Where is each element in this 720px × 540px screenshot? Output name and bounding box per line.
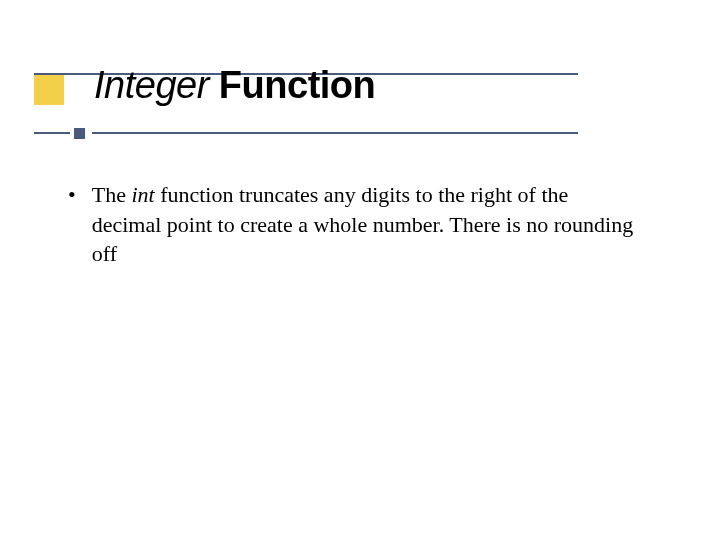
rule-segment-left <box>34 132 70 134</box>
title-rule-bottom <box>34 132 578 152</box>
title-italic-part: Integer <box>94 64 209 106</box>
rule-segment-right <box>92 132 578 134</box>
bullet-text: The int function truncates any digits to… <box>92 180 638 269</box>
accent-square-icon <box>34 75 64 105</box>
bullet-item: • The int function truncates any digits … <box>64 180 638 269</box>
accent-small-square-icon <box>74 128 85 139</box>
bullet-icon: • <box>68 180 76 269</box>
title-area: Integer Function <box>0 64 720 150</box>
slide-title: Integer Function <box>94 64 375 107</box>
bullet-prefix: The <box>92 182 132 207</box>
bullet-italic: int <box>131 182 154 207</box>
slide: Integer Function • The int function trun… <box>0 0 720 540</box>
title-bold-part: Function <box>209 64 375 106</box>
bullet-rest: function truncates any digits to the rig… <box>92 182 634 266</box>
body-area: • The int function truncates any digits … <box>64 180 638 269</box>
